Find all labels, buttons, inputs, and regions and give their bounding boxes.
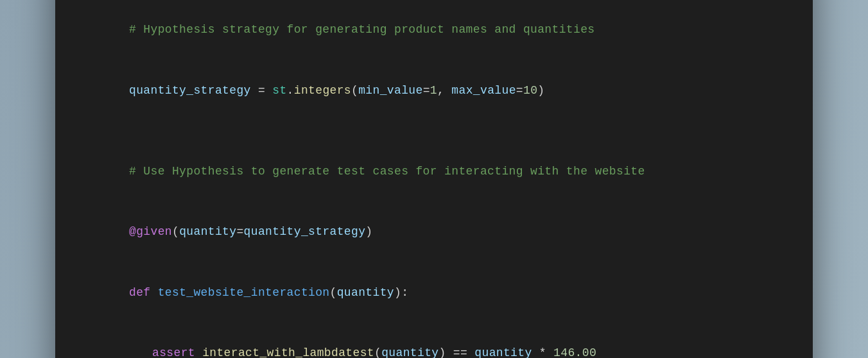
code-block: # Hypothesis strategy for generating pro…	[55, 0, 813, 358]
comment-line-2: # Use Hypothesis to generate test cases …	[86, 141, 782, 202]
comment-line-1: # Hypothesis strategy for generating pro…	[86, 0, 782, 60]
assert-line: assert interact_with_lambdatest(quantity…	[86, 323, 782, 358]
def-line: def test_website_interaction(quantity):	[86, 262, 782, 323]
blank-line-1	[86, 121, 782, 142]
code-line-1: quantity_strategy = st.integers(min_valu…	[86, 60, 782, 121]
code-window: # Hypothesis strategy for generating pro…	[55, 0, 813, 358]
decorator-line: @given(quantity=quantity_strategy)	[86, 202, 782, 263]
